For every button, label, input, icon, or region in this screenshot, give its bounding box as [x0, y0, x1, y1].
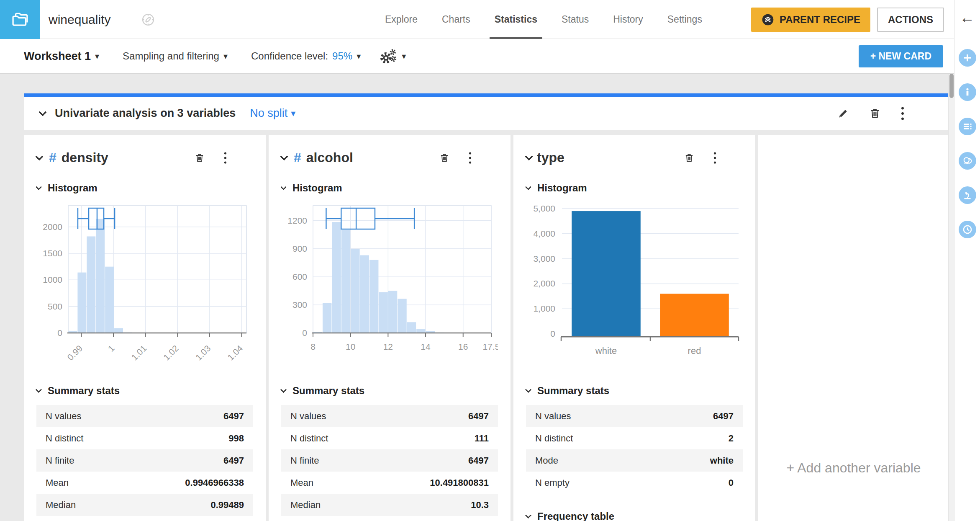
collapse-chevron-icon	[525, 386, 532, 393]
stat-value: 6497	[468, 455, 489, 466]
stat-value: 10.3	[471, 500, 489, 511]
svg-text:12: 12	[383, 342, 393, 351]
split-selector[interactable]: No split	[250, 107, 295, 120]
kebab-menu-icon	[468, 152, 472, 164]
tab-settings[interactable]: Settings	[667, 0, 702, 39]
summary-stat-row: Median0.99489	[36, 494, 253, 516]
collapse-chevron-icon[interactable]	[525, 152, 533, 161]
kebab-menu-icon	[713, 152, 717, 164]
confidence-level-dropdown[interactable]: Confidence level: 95%	[251, 50, 361, 62]
summary-stat-row: Mean10.491800831	[281, 472, 498, 494]
edit-card-button[interactable]	[837, 107, 849, 120]
tab-explore[interactable]: Explore	[385, 0, 418, 39]
stat-label: N values	[46, 411, 82, 422]
details-button[interactable]	[959, 118, 976, 135]
add-variable-panel: + Add another variable	[758, 135, 949, 521]
discussions-button[interactable]	[959, 152, 976, 170]
timeline-button[interactable]	[959, 221, 976, 238]
delete-card-button[interactable]	[869, 107, 881, 120]
folder-icon	[9, 9, 31, 31]
collapse-chevron-icon[interactable]	[38, 108, 47, 116]
delete-variable-button[interactable]	[194, 152, 205, 163]
stat-label: Median	[290, 500, 321, 511]
summary-stat-row: N finite6497	[281, 449, 498, 472]
tab-history[interactable]: History	[613, 0, 643, 39]
clock-icon	[962, 224, 973, 235]
tab-status[interactable]: Status	[562, 0, 589, 39]
vertical-scrollbar	[948, 74, 954, 521]
collapse-chevron-icon[interactable]	[280, 152, 288, 161]
variable-menu-button[interactable]	[713, 152, 717, 164]
summary-stats-table: N values6497N distinct111N finite6497Mea…	[281, 405, 498, 516]
stat-value: 2	[729, 433, 734, 444]
top-nav: winequality Explore Charts Statistics St…	[0, 0, 954, 39]
frequency-table-section-toggle[interactable]: Frequency table	[526, 511, 743, 521]
svg-text:16: 16	[458, 342, 468, 351]
collapse-chevron-icon	[525, 183, 532, 190]
card-menu-button[interactable]	[900, 106, 905, 121]
kebab-menu-icon	[900, 106, 905, 121]
variable-name: type	[537, 150, 564, 165]
scrollbar-thumb[interactable]	[949, 74, 954, 98]
variable-tile-alcohol: # alcohol	[269, 135, 511, 521]
histogram-section-toggle[interactable]: Histogram	[526, 182, 743, 194]
caret-down-icon	[402, 51, 406, 61]
sampling-filtering-dropdown[interactable]: Sampling and filtering	[123, 50, 228, 62]
svg-text:0: 0	[302, 328, 307, 338]
tab-statistics[interactable]: Statistics	[495, 0, 537, 39]
svg-text:900: 900	[292, 244, 307, 253]
delete-variable-button[interactable]	[439, 152, 450, 163]
worksheet-content: Univariate analysis on 3 variables No sp…	[0, 74, 954, 521]
add-button[interactable]	[959, 49, 976, 67]
stat-value: white	[710, 455, 734, 466]
svg-text:600: 600	[292, 272, 307, 281]
compass-status-icon	[141, 12, 156, 29]
plus-icon	[962, 52, 973, 63]
svg-text:2000: 2000	[43, 222, 62, 232]
dataset-logo[interactable]	[0, 0, 40, 39]
worksheet-selector[interactable]: Worksheet 1	[24, 50, 99, 63]
new-card-button[interactable]: + NEW CARD	[859, 45, 943, 67]
histogram-section-toggle[interactable]: Histogram	[36, 182, 253, 194]
density-histogram-chart: 05001000150020000.9911.011.021.031.04	[36, 199, 253, 368]
collapse-chevron-icon	[280, 386, 287, 393]
stat-value: 0	[729, 477, 734, 488]
stat-value: 10.491800831	[430, 477, 489, 488]
numeric-type-icon: #	[294, 150, 301, 165]
svg-text:4,000: 4,000	[533, 229, 555, 238]
variable-tile-density: # density	[24, 135, 266, 521]
worksheet-settings-menu[interactable]	[379, 48, 406, 64]
collapse-panel-arrow[interactable]: ←	[960, 10, 975, 25]
parent-recipe-button[interactable]: PARENT RECIPE	[751, 8, 870, 32]
alcohol-histogram-chart: 0300600900120081012141617.5	[281, 199, 498, 368]
stat-label: Median	[46, 500, 76, 511]
summary-stat-row: N finite6497	[36, 449, 253, 472]
variable-menu-button[interactable]	[223, 152, 227, 164]
stat-value: 6497	[223, 455, 244, 466]
svg-text:red: red	[688, 346, 701, 356]
collapse-chevron-icon	[36, 183, 42, 190]
lab-button[interactable]	[959, 186, 976, 204]
stat-value: 0.99489	[210, 500, 244, 511]
stat-label: N distinct	[535, 433, 573, 444]
svg-text:0: 0	[550, 329, 555, 338]
svg-text:1: 1	[106, 343, 116, 354]
summary-stat-row: N values6497	[526, 405, 743, 427]
histogram-section-toggle[interactable]: Histogram	[281, 182, 498, 194]
stat-label: Mean	[290, 477, 313, 488]
stat-value: 6497	[468, 411, 489, 422]
tab-charts[interactable]: Charts	[442, 0, 470, 39]
summary-stats-section-toggle[interactable]: Summary stats	[36, 385, 253, 397]
variable-menu-button[interactable]	[468, 152, 472, 164]
svg-text:2,000: 2,000	[533, 279, 555, 288]
svg-text:1.03: 1.03	[194, 343, 213, 362]
info-button[interactable]	[959, 83, 976, 101]
stat-label: N finite	[290, 455, 319, 466]
add-variable-button[interactable]: + Add another variable	[786, 460, 921, 476]
delete-variable-button[interactable]	[684, 152, 695, 163]
stat-label: N distinct	[46, 433, 83, 444]
summary-stats-section-toggle[interactable]: Summary stats	[281, 385, 498, 397]
summary-stats-section-toggle[interactable]: Summary stats	[526, 385, 743, 397]
actions-button[interactable]: ACTIONS	[877, 8, 944, 32]
collapse-chevron-icon[interactable]	[35, 152, 44, 161]
